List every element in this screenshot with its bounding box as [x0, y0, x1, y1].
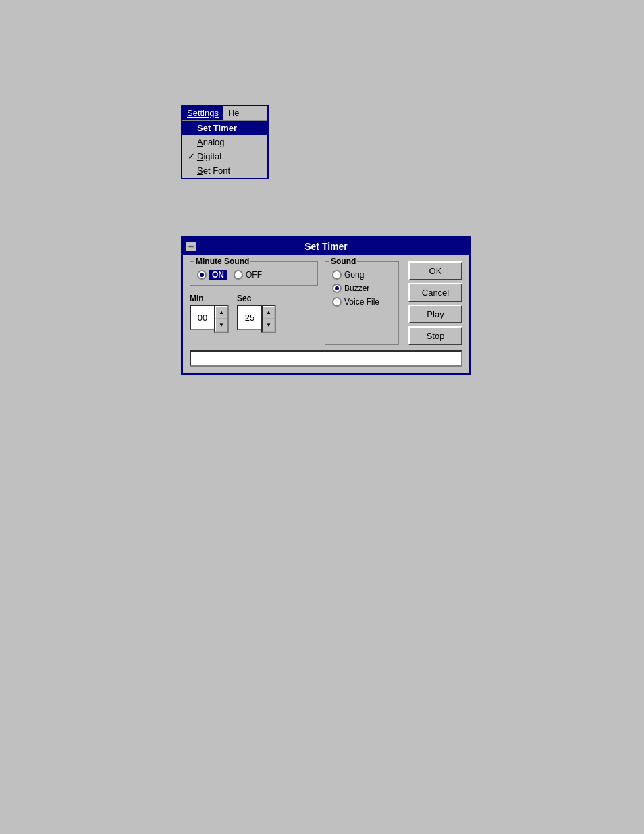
settings-menu: Settings He Set Timer Analog ✓ Digital S…	[181, 105, 269, 179]
min-up-btn[interactable]: ▲	[215, 306, 227, 319]
digital-label: Digital	[197, 151, 221, 161]
settings-menu-item[interactable]: Settings	[182, 106, 223, 120]
sec-down-btn[interactable]: ▼	[263, 319, 275, 332]
set-timer-dialog: ─ Set Timer Minute Sound ON O	[181, 236, 471, 375]
stop-button[interactable]: Stop	[408, 326, 462, 345]
gong-radio-item[interactable]: Gong	[332, 270, 392, 280]
minute-sound-group: Minute Sound ON OFF	[190, 261, 318, 286]
settings-label: Settings	[187, 108, 219, 118]
help-label: He	[228, 108, 240, 118]
off-radio-item[interactable]: OFF	[234, 270, 262, 280]
min-value: 00	[198, 313, 207, 323]
min-spinner-buttons: ▲ ▼	[214, 305, 229, 333]
sec-value: 25	[245, 313, 254, 323]
min-label: Min	[190, 294, 204, 303]
set-timer-label: Set Timer	[197, 123, 237, 133]
voice-file-radio-item[interactable]: Voice File	[332, 297, 392, 307]
min-input[interactable]: 00	[190, 305, 214, 330]
menu-item-analog[interactable]: Analog	[182, 135, 267, 149]
min-down-btn[interactable]: ▼	[215, 319, 227, 332]
off-radio-circle[interactable]	[234, 270, 243, 280]
spinner-group: Min 00 ▲ ▼ Sec	[190, 294, 318, 333]
left-col: Minute Sound ON OFF	[190, 261, 318, 345]
min-spinner-wrap: Min 00 ▲ ▼	[190, 294, 229, 333]
sec-spinner-wrap: Sec 25 ▲ ▼	[237, 294, 276, 333]
play-button[interactable]: Play	[408, 305, 462, 323]
button-col: OK Cancel Play Stop	[408, 261, 462, 345]
dialog-title: Set Timer	[304, 241, 348, 252]
sec-up-btn[interactable]: ▲	[263, 306, 275, 319]
minute-sound-label: Minute Sound	[194, 257, 250, 266]
sound-group: Sound Gong Buzzer Voice File	[325, 261, 399, 345]
settings-dropdown: Set Timer Analog ✓ Digital Set Font	[182, 121, 267, 178]
minute-sound-radio-group: ON OFF	[197, 270, 311, 280]
dialog-row1: Minute Sound ON OFF	[190, 261, 462, 345]
sec-input[interactable]: 25	[237, 305, 261, 330]
min-spinner-row: 00 ▲ ▼	[190, 305, 229, 333]
dialog-system-menu-icon[interactable]: ─	[186, 242, 196, 251]
off-label: OFF	[246, 270, 262, 280]
gong-radio-circle[interactable]	[332, 270, 342, 280]
voice-file-radio-circle[interactable]	[332, 297, 342, 307]
menu-item-set-font[interactable]: Set Font	[182, 163, 267, 178]
buzzer-radio-item[interactable]: Buzzer	[332, 284, 392, 293]
buzzer-radio-circle[interactable]	[332, 284, 342, 293]
sound-label: Sound	[329, 257, 357, 266]
check-digital: ✓	[188, 151, 197, 161]
dialog-titlebar: ─ Set Timer	[183, 238, 469, 255]
gong-label: Gong	[344, 270, 364, 280]
bottom-text-input[interactable]	[190, 350, 462, 367]
on-radio-circle[interactable]	[197, 270, 207, 280]
menu-item-digital[interactable]: ✓ Digital	[182, 149, 267, 163]
sec-spinner-row: 25 ▲ ▼	[237, 305, 276, 333]
sec-label: Sec	[237, 294, 251, 303]
menu-bar: Settings He	[182, 106, 267, 121]
dialog-body: Minute Sound ON OFF	[183, 255, 469, 373]
set-font-label: Set Font	[197, 165, 230, 176]
menu-item-set-timer[interactable]: Set Timer	[182, 121, 267, 135]
sound-radio-group: Gong Buzzer Voice File	[332, 270, 392, 307]
buzzer-label: Buzzer	[344, 284, 369, 293]
on-label: ON	[209, 270, 227, 280]
cancel-button[interactable]: Cancel	[408, 283, 462, 302]
on-radio-item[interactable]: ON	[197, 270, 227, 280]
voice-file-label: Voice File	[344, 297, 379, 307]
analog-label: Analog	[197, 137, 224, 147]
ok-button[interactable]: OK	[408, 261, 462, 280]
sec-spinner-buttons: ▲ ▼	[261, 305, 276, 333]
help-menu-item[interactable]: He	[223, 106, 244, 120]
